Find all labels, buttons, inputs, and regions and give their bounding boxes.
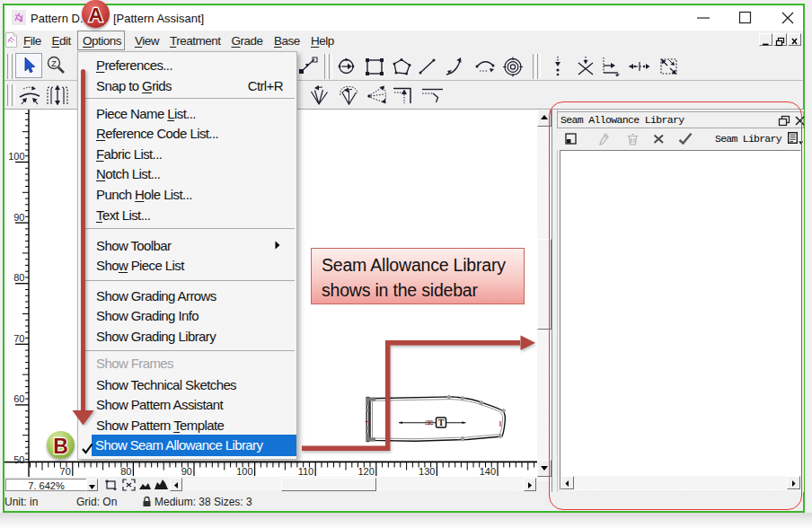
svg-text:90: 90 xyxy=(13,212,24,223)
svg-text:100: 100 xyxy=(236,466,252,477)
svg-text:140: 140 xyxy=(480,466,496,477)
svg-text:60: 60 xyxy=(13,393,24,404)
svg-text:90: 90 xyxy=(181,466,192,477)
svg-text:130: 130 xyxy=(419,466,435,477)
svg-text:A: A xyxy=(88,4,102,26)
svg-text:50: 50 xyxy=(13,454,24,465)
svg-text:Z: Z xyxy=(51,59,57,68)
svg-text:B: B xyxy=(53,435,68,458)
svg-text:70: 70 xyxy=(13,333,24,344)
svg-text:80: 80 xyxy=(120,466,131,477)
svg-text:80: 80 xyxy=(13,272,24,283)
svg-text:120: 120 xyxy=(357,466,374,477)
svg-text:70: 70 xyxy=(60,466,71,477)
svg-text:110: 110 xyxy=(298,466,314,477)
svg-text:100: 100 xyxy=(8,151,24,162)
